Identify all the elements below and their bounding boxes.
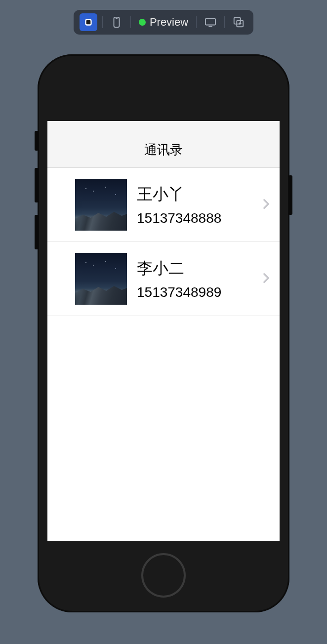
contact-row[interactable]: 王小丫 15137348888 — [47, 168, 280, 242]
volume-up-button — [35, 168, 39, 202]
volume-down-button — [35, 215, 39, 249]
toolbar-divider — [196, 16, 197, 28]
stop-icon — [83, 17, 94, 28]
contact-phone: 15137348888 — [137, 210, 270, 226]
stop-button[interactable] — [80, 13, 97, 31]
contact-name: 李小二 — [137, 258, 270, 280]
svg-rect-0 — [85, 20, 91, 25]
simulator-toolbar: Preview — [74, 10, 253, 35]
chevron-right-icon — [263, 199, 270, 211]
contact-info: 李小二 15137348989 — [137, 258, 270, 300]
display-settings-button[interactable] — [202, 13, 219, 31]
preview-status[interactable]: Preview — [136, 16, 191, 29]
page-title: 通讯录 — [144, 141, 183, 159]
avatar — [75, 179, 127, 231]
avatar — [75, 253, 127, 305]
duplicate-icon — [233, 16, 245, 28]
phone-frame: 通讯录 王小丫 15137348888 李小 — [38, 54, 289, 612]
home-button[interactable] — [141, 553, 186, 598]
contact-name: 王小丫 — [137, 184, 270, 205]
chevron-right-icon — [263, 273, 270, 285]
navigation-bar: 通讯录 — [47, 121, 280, 168]
power-button — [288, 175, 292, 215]
contact-list[interactable]: 王小丫 15137348888 李小二 15137348989 — [47, 168, 280, 541]
toolbar-divider — [102, 16, 103, 28]
toolbar-divider — [224, 16, 225, 28]
mute-switch — [35, 131, 39, 151]
contact-phone: 15137348989 — [137, 284, 270, 300]
svg-rect-3 — [205, 19, 215, 25]
display-icon — [204, 17, 217, 28]
phone-device-icon — [111, 16, 122, 29]
contact-info: 王小丫 15137348888 — [137, 184, 270, 226]
status-dot-icon — [139, 19, 146, 26]
contact-row[interactable]: 李小二 15137348989 — [47, 242, 280, 316]
duplicate-button[interactable] — [230, 13, 247, 31]
device-selector-button[interactable] — [108, 13, 125, 31]
preview-label: Preview — [150, 16, 188, 29]
toolbar-divider — [130, 16, 131, 28]
phone-screen: 通讯录 王小丫 15137348888 李小 — [47, 121, 280, 541]
